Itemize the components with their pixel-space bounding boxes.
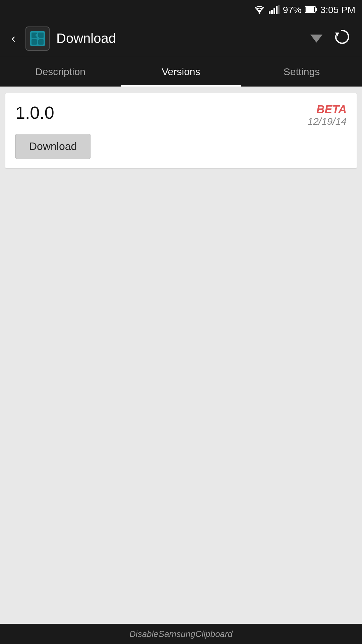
svg-rect-2	[269, 11, 270, 14]
tab-settings[interactable]: Settings	[241, 57, 362, 87]
bottom-app-name: DisableSamsungClipboard	[129, 629, 233, 639]
tab-description[interactable]: Description	[0, 57, 121, 87]
tab-bar: Description Versions Settings	[0, 57, 362, 87]
version-card-header: 1.0.0 BETA 12/19/14	[15, 103, 347, 127]
main-content: 1.0.0 BETA 12/19/14 Download	[0, 87, 362, 175]
status-icons: 97% 3:05 PM	[253, 5, 355, 15]
svg-rect-6	[278, 5, 280, 14]
version-card: 1.0.0 BETA 12/19/14 Download	[5, 93, 357, 168]
version-number: 1.0.0	[15, 103, 54, 123]
svg-rect-13	[32, 39, 37, 45]
svg-point-15	[36, 34, 38, 37]
status-bar: 97% 3:05 PM	[0, 0, 362, 20]
beta-badge: BETA	[307, 103, 347, 116]
app-bar: ‹ Download	[0, 20, 362, 57]
svg-point-16	[37, 37, 40, 40]
version-date: 12/19/14	[307, 116, 347, 127]
tab-versions[interactable]: Versions	[121, 57, 241, 87]
svg-rect-12	[38, 33, 44, 38]
wifi-icon	[253, 5, 265, 15]
app-icon	[25, 26, 50, 51]
svg-rect-14	[38, 39, 44, 45]
back-button[interactable]: ‹	[8, 28, 19, 49]
svg-rect-5	[276, 6, 278, 14]
sort-indicator	[310, 35, 322, 43]
time-display: 3:05 PM	[320, 5, 355, 15]
download-button[interactable]: Download	[15, 134, 90, 159]
svg-rect-3	[271, 10, 273, 14]
signal-icon	[269, 5, 280, 15]
battery-percent: 97%	[283, 5, 302, 15]
bottom-bar: DisableSamsungClipboard	[0, 624, 362, 644]
svg-rect-4	[274, 8, 275, 14]
page-title: Download	[56, 31, 301, 46]
svg-rect-8	[315, 8, 317, 11]
version-meta: BETA 12/19/14	[307, 103, 347, 127]
svg-rect-9	[306, 7, 314, 12]
refresh-button[interactable]	[329, 24, 354, 53]
battery-icon	[305, 5, 317, 15]
